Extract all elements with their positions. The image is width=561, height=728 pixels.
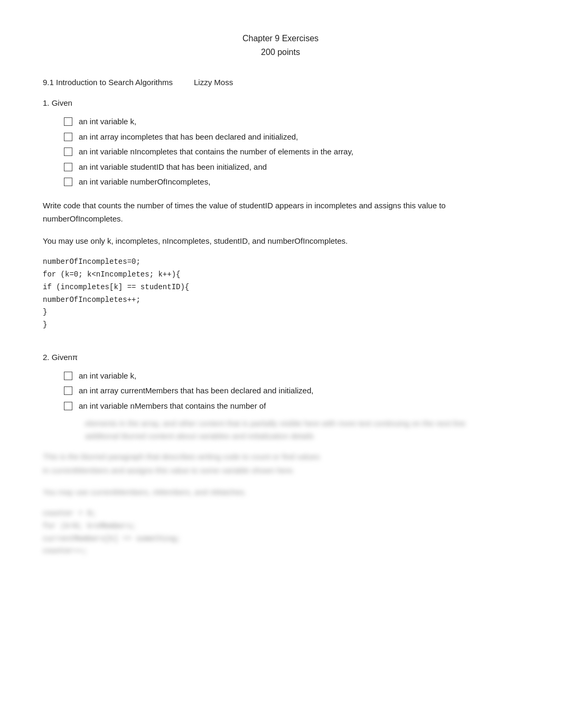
page-header: Chapter 9 Exercises 200 points bbox=[43, 32, 518, 59]
question-2: 2. Givenπ an int variable k, an int arra… bbox=[43, 353, 518, 558]
list-item: an int array incompletes that has been d… bbox=[64, 131, 518, 143]
list-item: an int variable nIncompletes that contai… bbox=[64, 146, 518, 158]
bullet-icon bbox=[64, 133, 72, 141]
question-2-bullets: an int variable k, an int array currentM… bbox=[64, 370, 518, 412]
page-title: Chapter 9 Exercises 200 points bbox=[43, 32, 518, 59]
bullet-text: an int variable nMembers that contains t… bbox=[79, 400, 266, 412]
question-1-code: numberOfIncompletes=0; for (k=0; k<nInco… bbox=[43, 256, 518, 331]
bullet-icon bbox=[64, 117, 72, 126]
bullet-icon bbox=[64, 386, 72, 395]
blurred-code-block: counter = 0; for (k=0; k<nMembers; curre… bbox=[43, 508, 518, 558]
question-1-body1: Write code that counts the number of tim… bbox=[43, 199, 518, 226]
list-item: an int variable nMembers that contains t… bbox=[64, 400, 518, 412]
question-1-title: 1. Given bbox=[43, 98, 518, 107]
list-item: an int variable numberOfIncompletes, bbox=[64, 176, 518, 188]
question-1-body2: You may use only k, incompletes, nIncomp… bbox=[43, 234, 518, 248]
bullet-icon bbox=[64, 163, 72, 171]
blurred-paragraph-1: This is the blurred paragraph that descr… bbox=[43, 450, 518, 477]
list-item: an int variable k, bbox=[64, 370, 518, 382]
bullet-text: an int variable k, bbox=[79, 370, 136, 382]
question-1-bullets: an int variable k, an int array incomple… bbox=[64, 116, 518, 188]
bullet-text: an int variable k, bbox=[79, 116, 136, 128]
author-name: Lizzy Moss bbox=[194, 78, 233, 87]
question-2-title: 2. Givenπ bbox=[43, 353, 518, 362]
question-1: 1. Given an int variable k, an int array… bbox=[43, 98, 518, 331]
list-item: an int variable k, bbox=[64, 116, 518, 128]
bullet-icon bbox=[64, 402, 72, 410]
bullet-text: an int array currentMembers that has bee… bbox=[79, 385, 313, 397]
bullet-text: an int variable studentID that has been … bbox=[79, 161, 267, 173]
chapter-title: Chapter 9 Exercises bbox=[43, 32, 518, 45]
list-item: an int variable studentID that has been … bbox=[64, 161, 518, 173]
page-container: Chapter 9 Exercises 200 points 9.1 Intro… bbox=[43, 32, 518, 558]
blurred-bullet-extra: elements in the array, and other content… bbox=[85, 417, 518, 443]
chapter-points: 200 points bbox=[43, 45, 518, 59]
bullet-text: an int array incompletes that has been d… bbox=[79, 131, 298, 143]
bullet-text: an int variable numberOfIncompletes, bbox=[79, 176, 210, 188]
list-item: an int array currentMembers that has bee… bbox=[64, 385, 518, 397]
bullet-icon bbox=[64, 148, 72, 156]
section-title: 9.1 Introduction to Search Algorithms bbox=[43, 78, 173, 87]
bullet-text: an int variable nIncompletes that contai… bbox=[79, 146, 353, 158]
bullet-icon bbox=[64, 372, 72, 380]
section-header: 9.1 Introduction to Search Algorithms Li… bbox=[43, 78, 518, 87]
bullet-icon bbox=[64, 178, 72, 186]
blurred-paragraph-2: You may use currentMembers, nMembers, an… bbox=[43, 485, 518, 499]
